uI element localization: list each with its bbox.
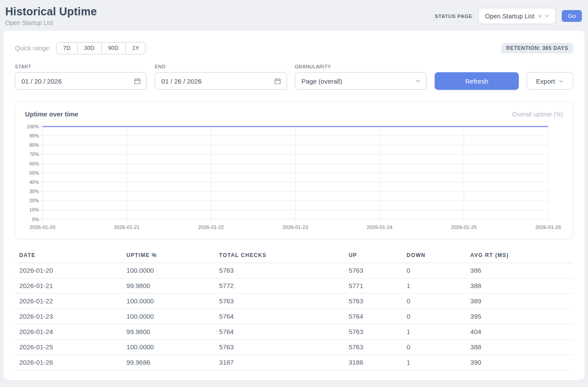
svg-text:30%: 30% xyxy=(29,189,39,194)
table-cell: 5763 xyxy=(215,339,344,355)
end-date-label: END xyxy=(155,64,287,69)
svg-text:0%: 0% xyxy=(32,217,39,222)
svg-text:70%: 70% xyxy=(29,151,39,157)
quick-range-7d[interactable]: 7D xyxy=(56,42,78,54)
svg-text:60%: 60% xyxy=(29,161,39,166)
calendar-icon[interactable] xyxy=(274,77,281,85)
page-header: Historical Uptime Open Startup List STAT… xyxy=(0,0,588,31)
table-cell: 99.9686 xyxy=(122,355,215,370)
column-header: TOTAL CHECKS xyxy=(215,250,344,263)
table-row: 2026-01-23100.0000576457640395 xyxy=(15,309,573,324)
table-cell: 2026-01-21 xyxy=(15,278,122,293)
quick-range-90d[interactable]: 90D xyxy=(102,42,126,54)
end-date-field: END 01 / 26 / 2026 xyxy=(155,64,287,90)
table-cell: 5771 xyxy=(344,278,402,293)
table-cell: 100.0000 xyxy=(122,339,215,355)
table-cell: 389 xyxy=(466,293,573,309)
table-cell: 0 xyxy=(402,263,466,278)
table-cell: 100.0000 xyxy=(122,263,215,278)
column-header: AVG RT (MS) xyxy=(466,250,573,263)
chart-legend: Overall uptime (%) xyxy=(512,111,563,118)
table-cell: 5764 xyxy=(215,324,344,339)
svg-text:80%: 80% xyxy=(29,142,39,148)
export-button[interactable]: Export xyxy=(527,72,573,90)
granularity-field: GRANULARITY Page (overall) xyxy=(295,64,427,90)
table-cell: 5763 xyxy=(215,263,344,278)
table-cell: 2026-01-22 xyxy=(15,293,122,309)
svg-text:2026-01-21: 2026-01-21 xyxy=(114,225,140,230)
svg-text:2026-01-26: 2026-01-26 xyxy=(535,225,561,230)
svg-text:2026-01-24: 2026-01-24 xyxy=(367,225,393,230)
export-button-label: Export xyxy=(536,77,555,85)
main-card: Quick range: 7D30D90D1Y RETENTION: 365 D… xyxy=(4,31,584,380)
table-row: 2026-01-22100.0000576357630389 xyxy=(15,293,573,309)
status-page-controls: STATUS PAGE Open Startup List × Go xyxy=(435,8,582,24)
table-row: 2026-01-2199.9800577257711388 xyxy=(15,278,573,293)
granularity-selected-value: Page (overall) xyxy=(301,77,342,85)
table-cell: 386 xyxy=(466,263,573,278)
quick-range-1y[interactable]: 1Y xyxy=(126,42,146,54)
table-cell: 3187 xyxy=(215,355,344,370)
status-page-selected-value: Open Startup List xyxy=(485,13,535,20)
status-page-label: STATUS PAGE xyxy=(435,14,472,19)
refresh-button[interactable]: Refresh xyxy=(435,72,519,90)
granularity-label: GRANULARITY xyxy=(295,64,427,69)
table-cell: 5764 xyxy=(344,309,402,324)
column-header: DOWN xyxy=(402,250,466,263)
svg-text:90%: 90% xyxy=(29,133,39,138)
table-cell: 1 xyxy=(402,355,466,370)
table-cell: 1 xyxy=(402,278,466,293)
column-header: DATE xyxy=(15,250,122,263)
table-cell: 395 xyxy=(466,309,573,324)
column-header: UPTIME % xyxy=(122,250,215,263)
table-cell: 2026-01-20 xyxy=(15,263,122,278)
table-row: 2026-01-20100.0000576357630386 xyxy=(15,263,573,278)
svg-text:10%: 10% xyxy=(29,207,39,212)
retention-badge: RETENTION: 365 DAYS xyxy=(501,43,573,53)
svg-text:2026-01-22: 2026-01-22 xyxy=(198,225,224,230)
svg-text:20%: 20% xyxy=(29,198,39,203)
svg-text:50%: 50% xyxy=(29,170,39,176)
chevron-down-icon xyxy=(558,78,564,84)
table-row: 2026-01-2499.9800576457631404 xyxy=(15,324,573,339)
svg-text:2026-01-25: 2026-01-25 xyxy=(451,225,477,230)
table-cell: 2026-01-25 xyxy=(15,339,122,355)
uptime-chart-card: Uptime over time Overall uptime (%) 0%10… xyxy=(15,101,573,239)
table-cell: 388 xyxy=(466,278,573,293)
table-cell: 388 xyxy=(466,339,573,355)
quick-range-30d[interactable]: 30D xyxy=(78,42,102,54)
quick-range-row: Quick range: 7D30D90D1Y RETENTION: 365 D… xyxy=(15,42,573,54)
end-date-input[interactable]: 01 / 26 / 2026 xyxy=(155,72,287,90)
chevron-down-icon xyxy=(415,78,421,84)
table-header-row: DATEUPTIME %TOTAL CHECKSUPDOWNAVG RT (MS… xyxy=(15,250,573,263)
table-cell: 99.9800 xyxy=(122,278,215,293)
chart-header: Uptime over time Overall uptime (%) xyxy=(25,110,563,118)
calendar-icon[interactable] xyxy=(134,77,141,85)
page-subtitle: Open Startup List xyxy=(5,19,97,26)
svg-text:2026-01-23: 2026-01-23 xyxy=(283,225,308,230)
table-cell: 3186 xyxy=(344,355,402,370)
table-cell: 1 xyxy=(402,324,466,339)
table-cell: 390 xyxy=(466,355,573,370)
table-cell: 2026-01-23 xyxy=(15,309,122,324)
table-row: 2026-01-2699.9686318731861390 xyxy=(15,355,573,370)
table-cell: 5763 xyxy=(344,324,402,339)
granularity-select[interactable]: Page (overall) xyxy=(295,72,427,90)
start-date-label: START xyxy=(15,64,147,69)
start-date-input[interactable]: 01 / 20 / 2026 xyxy=(15,72,147,90)
status-page-select[interactable]: Open Startup List × xyxy=(478,8,556,24)
table-cell: 5763 xyxy=(215,293,344,309)
svg-text:2026-01-20: 2026-01-20 xyxy=(30,225,56,230)
table-cell: 99.9800 xyxy=(122,324,215,339)
uptime-line-chart: 0%10%20%30%40%50%60%70%80%90%100%2026-01… xyxy=(25,122,563,232)
chevron-down-icon xyxy=(544,13,550,19)
go-button[interactable]: Go xyxy=(562,10,582,22)
table-cell: 100.0000 xyxy=(122,309,215,324)
table-cell: 5772 xyxy=(215,278,344,293)
quick-range-group: 7D30D90D1Y xyxy=(56,42,146,54)
clear-selection-icon[interactable]: × xyxy=(538,13,542,20)
table-cell: 2026-01-26 xyxy=(15,355,122,370)
table-cell: 5763 xyxy=(344,293,402,309)
chart-title: Uptime over time xyxy=(25,110,78,118)
chart-svg: 0%10%20%30%40%50%60%70%80%90%100%2026-01… xyxy=(25,122,563,232)
